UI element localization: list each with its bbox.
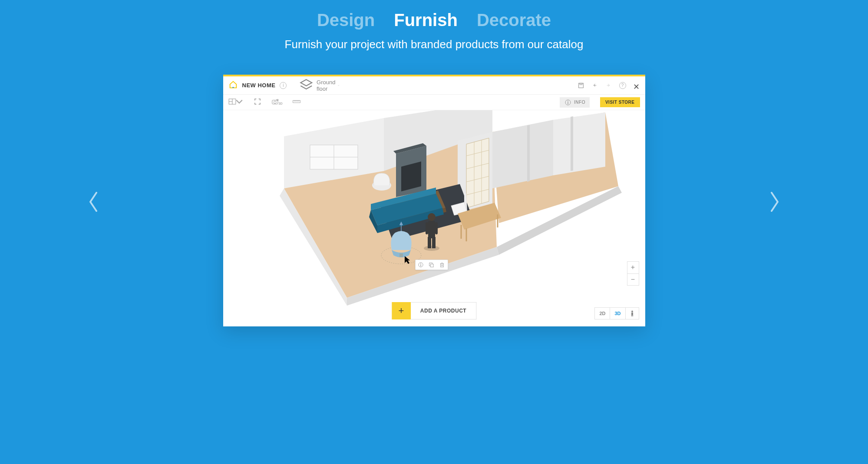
app-topbar: NEW HOME i Ground floor ? ✕ [223, 76, 645, 95]
app-logo-icon [228, 80, 238, 91]
tab-decorate[interactable]: Decorate [477, 10, 551, 30]
3d-canvas[interactable]: + − 2D 3D + ADD A PRODUCT [223, 110, 645, 326]
object-delete-icon[interactable] [439, 262, 445, 267]
svg-rect-0 [232, 87, 234, 88]
zoom-control: + − [627, 261, 639, 286]
object-context-toolbar [415, 260, 448, 270]
undo-icon[interactable] [591, 82, 598, 89]
floor-label: Ground floor [317, 79, 335, 92]
layers-icon [299, 78, 314, 93]
svg-rect-83 [631, 315, 632, 316]
svg-point-72 [420, 263, 421, 264]
svg-rect-8 [277, 99, 278, 100]
room-render [223, 110, 645, 326]
chevron-right-icon [768, 191, 781, 213]
view-switch: 2D 3D [594, 307, 639, 319]
svg-rect-61 [428, 237, 431, 248]
carousel-next-button[interactable] [768, 191, 781, 214]
svg-point-63 [428, 213, 436, 221]
view-2d-button[interactable]: 2D [595, 308, 610, 319]
svg-rect-65 [435, 222, 438, 234]
zoom-in-button[interactable]: + [627, 262, 639, 273]
svg-point-59 [424, 246, 439, 251]
chevron-down-icon [338, 84, 339, 87]
fullscreen-icon[interactable] [254, 99, 261, 106]
view-3d-button[interactable]: 3D [610, 308, 625, 319]
svg-rect-67 [399, 253, 403, 257]
object-duplicate-icon[interactable] [429, 262, 434, 267]
svg-rect-64 [426, 222, 428, 234]
camera-3d-icon[interactable]: 3D [272, 99, 283, 106]
plus-icon: + [392, 302, 411, 319]
project-info-icon[interactable]: i [280, 82, 287, 89]
svg-rect-60 [428, 221, 435, 238]
chevron-left-icon [87, 191, 100, 213]
add-product-label: ADD A PRODUCT [411, 302, 476, 319]
svg-marker-39 [527, 125, 530, 182]
svg-marker-30 [466, 138, 489, 208]
floorplan-tool-icon[interactable] [228, 99, 243, 106]
zoom-out-button[interactable]: − [627, 273, 639, 286]
info-icon [564, 99, 572, 105]
svg-marker-40 [571, 116, 573, 171]
svg-point-81 [631, 311, 633, 313]
carousel-subtitle: Furnish your project with branded produc… [285, 38, 584, 51]
floor-selector[interactable]: Ground floor [299, 78, 339, 93]
tab-furnish[interactable]: Furnish [394, 10, 458, 30]
svg-rect-76 [441, 263, 444, 267]
svg-rect-2 [580, 83, 582, 84]
redo-icon[interactable] [605, 82, 612, 89]
carousel-tabs: Design Furnish Decorate [317, 10, 551, 30]
help-icon[interactable]: ? [619, 82, 626, 89]
svg-marker-38 [553, 112, 605, 175]
object-info-icon[interactable] [418, 262, 423, 267]
svg-rect-1 [578, 83, 583, 88]
add-product-button[interactable]: + ADD A PRODUCT [392, 302, 476, 319]
svg-point-7 [274, 101, 276, 104]
close-icon[interactable]: ✕ [633, 82, 640, 89]
app-window: NEW HOME i Ground floor ? ✕ 3D INFO VISI… [223, 75, 645, 326]
ruler-icon[interactable] [293, 99, 300, 106]
svg-rect-75 [431, 264, 434, 267]
app-viewbar: 3D INFO VISIT STORE [223, 95, 645, 110]
svg-rect-62 [432, 237, 436, 248]
save-icon[interactable] [578, 82, 584, 89]
svg-rect-82 [631, 313, 633, 315]
project-name: NEW HOME [242, 82, 276, 89]
person-icon [630, 310, 634, 316]
svg-marker-43 [401, 161, 421, 191]
carousel-prev-button[interactable] [87, 191, 100, 214]
view-walk-button[interactable] [625, 308, 639, 319]
object-info-button[interactable]: INFO [560, 97, 590, 108]
tab-design[interactable]: Design [317, 10, 375, 30]
visit-store-button[interactable]: VISIT STORE [600, 97, 640, 107]
svg-rect-84 [632, 315, 633, 316]
svg-point-16 [568, 101, 568, 102]
